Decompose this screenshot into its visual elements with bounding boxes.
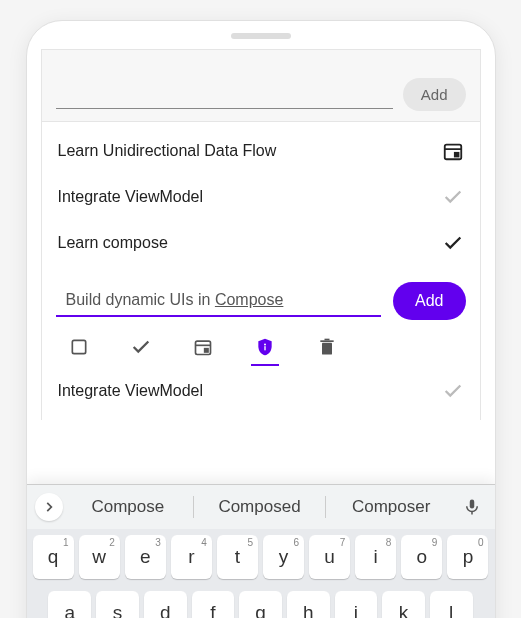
task-label: Learn Unidirectional Data Flow [58, 142, 277, 160]
filter-toolbar [56, 320, 466, 368]
suggestion[interactable]: Compose [67, 497, 190, 517]
input-text-prefix: Build dynamic UIs in [66, 291, 215, 308]
key-q[interactable]: q1 [41, 535, 74, 579]
key-o[interactable]: o9 [401, 535, 442, 579]
separator [193, 496, 194, 518]
shield-icon[interactable] [252, 334, 278, 360]
check-icon[interactable] [128, 334, 154, 360]
trash-icon[interactable] [314, 334, 340, 360]
svg-rect-3 [72, 340, 85, 353]
phone-speaker [231, 33, 291, 39]
key-k[interactable]: k [382, 591, 425, 618]
key-w[interactable]: w2 [79, 535, 120, 579]
separator [325, 496, 326, 518]
list-item[interactable]: Learn Unidirectional Data Flow [56, 128, 466, 174]
svg-rect-2 [454, 153, 458, 157]
new-task-input[interactable] [56, 80, 393, 109]
add-button-disabled[interactable]: Add [403, 78, 466, 111]
key-d[interactable]: d [144, 591, 187, 618]
svg-point-7 [264, 344, 266, 346]
soft-keyboard: Compose Composed Composer q1w2e3r4t5y6u7… [41, 484, 481, 618]
key-t[interactable]: t5 [217, 535, 258, 579]
key-u[interactable]: u7 [309, 535, 350, 579]
check-icon[interactable] [442, 186, 464, 208]
task-list-2: Integrate ViewModel [41, 368, 481, 420]
task-label: Learn compose [58, 234, 168, 252]
focused-task-input[interactable]: Build dynamic UIs in Compose [56, 285, 382, 317]
svg-rect-10 [320, 340, 333, 342]
key-i[interactable]: i8 [355, 535, 396, 579]
keyboard-row-2: asdfghikl [41, 585, 481, 618]
key-i[interactable]: i [335, 591, 378, 618]
key-s[interactable]: s [96, 591, 139, 618]
key-a[interactable]: a [48, 591, 91, 618]
calendar-icon[interactable] [190, 334, 216, 360]
task-label: Integrate ViewModel [58, 382, 204, 400]
list-item[interactable]: Learn compose [56, 220, 466, 266]
suggestion[interactable]: Composed [198, 497, 321, 517]
phone-frame: Add Learn Unidirectional Data Flow Integ… [26, 20, 496, 618]
mic-icon[interactable] [457, 496, 481, 518]
key-l[interactable]: l [430, 591, 473, 618]
suggestion[interactable]: Composer [330, 497, 453, 517]
chevron-right-icon[interactable] [41, 493, 63, 521]
key-y[interactable]: y6 [263, 535, 304, 579]
task-list: Learn Unidirectional Data Flow Integrate… [41, 122, 481, 272]
list-item[interactable]: Integrate ViewModel [56, 174, 466, 220]
input-text-selection: Compose [215, 291, 283, 308]
svg-rect-8 [264, 346, 265, 350]
calendar-icon[interactable] [442, 140, 464, 162]
key-f[interactable]: f [192, 591, 235, 618]
check-icon[interactable] [442, 232, 464, 254]
add-button[interactable]: Add [393, 282, 465, 320]
checkbox-icon[interactable] [66, 334, 92, 360]
svg-rect-9 [322, 343, 332, 355]
svg-rect-11 [324, 339, 329, 341]
check-icon[interactable] [442, 380, 464, 402]
focused-input-section: Build dynamic UIs in Compose Add [41, 272, 481, 368]
task-label: Integrate ViewModel [58, 188, 204, 206]
key-r[interactable]: r4 [171, 535, 212, 579]
key-h[interactable]: h [287, 591, 330, 618]
keyboard-row-1: q1w2e3r4t5y6u7i8o9p0 [41, 529, 481, 585]
top-input-section: Add [41, 49, 481, 122]
key-g[interactable]: g [239, 591, 282, 618]
list-item[interactable]: Integrate ViewModel [56, 368, 466, 414]
key-p[interactable]: p0 [447, 535, 480, 579]
app-screen: Add Learn Unidirectional Data Flow Integ… [41, 49, 481, 618]
svg-rect-12 [469, 500, 474, 509]
suggestion-bar: Compose Composed Composer [41, 485, 481, 529]
svg-rect-6 [204, 349, 207, 352]
key-e[interactable]: e3 [125, 535, 166, 579]
